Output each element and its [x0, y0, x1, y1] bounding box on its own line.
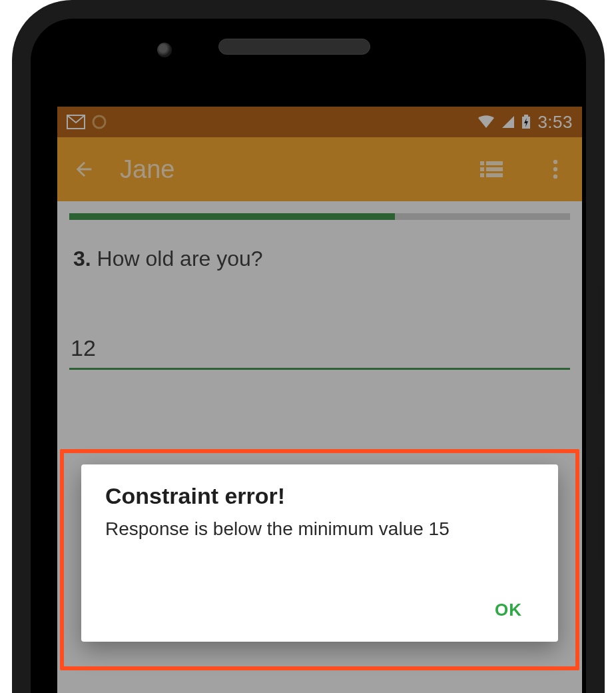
dialog-title: Constraint error!: [105, 483, 534, 509]
dialog-message: Response is below the minimum value 15: [105, 518, 534, 540]
phone-camera: [157, 43, 172, 57]
phone-side-button-2: [598, 466, 605, 560]
phone-speaker: [218, 39, 370, 55]
phone-frame: 3:53 Jane: [12, 0, 605, 693]
screen: 3:53 Jane: [57, 107, 582, 693]
dialog-actions: OK: [105, 592, 534, 628]
phone-side-button-1: [598, 287, 605, 393]
ok-button[interactable]: OK: [483, 592, 534, 628]
error-dialog: Constraint error! Response is below the …: [81, 464, 558, 642]
